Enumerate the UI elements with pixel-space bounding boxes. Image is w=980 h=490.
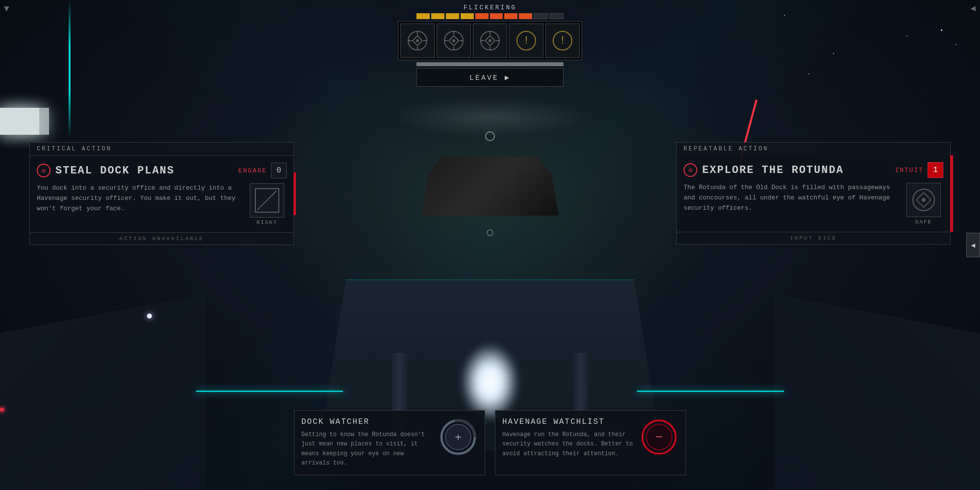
dock-watcher-text: DOCK WATCHER Getting to know the Rotunda… (301, 417, 433, 468)
svg-text:+: + (455, 431, 461, 443)
progress-seg-2 (431, 13, 444, 19)
svg-text:−: − (656, 430, 662, 443)
right-action-title-row: ⊙ EXPLORE THE ROTUNDA INTUIT 1 (684, 162, 943, 178)
risk-box: RISKY (247, 183, 287, 225)
explore-action-icon: ⊙ (684, 163, 697, 177)
repeatable-action-header: REPEATABLE ACTION (676, 142, 951, 155)
progress-seg-10 (549, 13, 564, 19)
right-action-counter[interactable]: 1 (928, 162, 943, 178)
right-action-panel: REPEATABLE ACTION ⊙ EXPLORE THE ROTUNDA … (676, 142, 951, 245)
critical-action-header: CRITICAL ACTION (29, 142, 294, 155)
action-controls: ENGAGE 0 (238, 163, 287, 178)
svg-point-13 (489, 39, 491, 42)
havenage-gauge: − (639, 417, 679, 457)
left-action-panel: CRITICAL ACTION ⊙ STEAL DOCK PLANS ENGAG… (29, 142, 294, 245)
havenage-text: HAVENAGE WATCHLIST Havenage run the Rotu… (502, 417, 634, 459)
havenage-desc: Havenage run the Rotunda, and their secu… (502, 430, 634, 459)
action-body: You duck into a security office and dire… (37, 183, 287, 225)
dock-watcher-desc: Getting to know the Rotunda doesn't just… (301, 430, 433, 468)
leave-button[interactable]: LEAVE ▶ (416, 68, 564, 87)
svg-text:!: ! (561, 34, 564, 46)
right-risk-box: SAFE (904, 183, 943, 225)
progress-seg-5 (475, 13, 489, 19)
dice-5[interactable]: ! (545, 24, 580, 58)
explore-rotunda-card[interactable]: ⊙ EXPLORE THE ROTUNDA INTUIT 1 The Rotun… (676, 155, 951, 232)
progress-bar (416, 13, 564, 19)
action-counter[interactable]: 0 (271, 163, 287, 178)
risk-slash-icon (255, 188, 279, 213)
steal-action-icon: ⊙ (37, 164, 50, 177)
dock-watcher-card[interactable]: DOCK WATCHER Getting to know the Rotunda… (294, 410, 485, 475)
right-action-title-left: ⊙ EXPLORE THE ROTUNDA (684, 163, 844, 177)
risk-label: RISKY (256, 220, 277, 225)
intuit-label: INTUIT (895, 167, 924, 174)
svg-point-1 (416, 39, 419, 42)
corner-arrow-tl: ▼ (4, 4, 9, 14)
progress-seg-3 (446, 13, 459, 19)
right-panel-accent (950, 155, 953, 232)
progress-seg-6 (490, 13, 503, 19)
progress-seg-7 (504, 13, 517, 19)
progress-seg-9 (534, 13, 548, 19)
flickering-label: FLICKERING (464, 4, 516, 11)
right-nav-button[interactable]: ◀ (966, 233, 980, 257)
right-action-body: The Rotunda of the Old Dock is filled wi… (684, 183, 943, 225)
steal-description: You duck into a security office and dire… (37, 183, 241, 214)
explore-title: EXPLORE THE ROTUNDA (702, 164, 844, 176)
right-risk-icon (906, 183, 941, 217)
unavailable-bar: ACTION UNAVAILABLE (29, 233, 294, 245)
progress-seg-4 (461, 13, 474, 19)
action-title-row: ⊙ STEAL DOCK PLANS ENGAGE 0 (37, 163, 287, 178)
reticle-bottom (487, 229, 493, 236)
action-title-left: ⊙ STEAL DOCK PLANS (37, 164, 174, 177)
risk-icon (250, 183, 284, 218)
center-ship (421, 157, 559, 216)
dice-3[interactable] (473, 24, 507, 58)
right-action-controls: INTUIT 1 (895, 162, 943, 178)
svg-point-23 (922, 198, 926, 202)
steal-title: STEAL DOCK PLANS (55, 165, 174, 177)
entrance-light (461, 343, 519, 421)
dice-row: ! ! (398, 21, 582, 60)
ambient-light (147, 314, 152, 318)
explore-description: The Rotunda of the Old Dock is filled wi… (684, 183, 897, 213)
top-ui-panel: FLICKERING (398, 4, 582, 87)
progress-seg-1 (416, 13, 430, 19)
havenage-watchlist-card[interactable]: HAVENAGE WATCHLIST Havenage run the Rotu… (495, 410, 686, 475)
bottom-bar (416, 62, 564, 66)
left-panel-accent (294, 172, 296, 215)
safe-label: SAFE (915, 219, 932, 225)
dock-watcher-gauge: + (439, 417, 478, 457)
bottom-panels: DOCK WATCHER Getting to know the Rotunda… (294, 410, 686, 475)
dock-watcher-title: DOCK WATCHER (301, 417, 433, 426)
dice-4[interactable]: ! (509, 24, 543, 58)
svg-point-7 (452, 39, 455, 42)
reticle-top (485, 131, 495, 141)
havenage-title: HAVENAGE WATCHLIST (502, 417, 634, 426)
dice-2[interactable] (437, 24, 471, 58)
svg-text:!: ! (525, 34, 528, 46)
corner-arrow-tr: ▼ (969, 6, 979, 12)
engage-label: ENGAGE (238, 167, 267, 174)
steal-dock-plans-card[interactable]: ⊙ STEAL DOCK PLANS ENGAGE 0 You duck int… (29, 155, 294, 233)
progress-seg-8 (519, 13, 532, 19)
dice-1[interactable] (400, 24, 435, 58)
input-dice-bar: INPUT DICE (676, 232, 951, 245)
